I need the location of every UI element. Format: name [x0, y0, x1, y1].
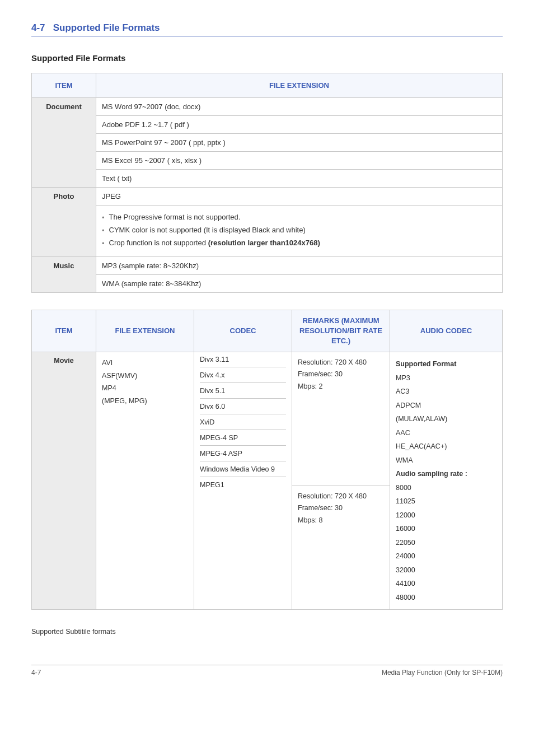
- audio-line: Supported Format: [396, 360, 456, 368]
- cell-music-2: WMA (sample rate: 8~384Khz): [96, 274, 503, 292]
- cell-file-ext: AVI ASF(WMV) MP4 (MPEG, MPG): [96, 352, 194, 610]
- bullet-icon: •: [102, 239, 105, 249]
- cell-codec: Divx 3.11 Divx 4.x Divx 5.1 Divx 6.0 Xvi…: [194, 352, 292, 610]
- audio-line: Audio sampling rate :: [396, 470, 467, 478]
- footer-right: Media Play Function (Only for SP-F10M): [382, 669, 503, 676]
- audio-line: WMA: [396, 454, 496, 467]
- th-file-extension: FILE EXTENSION: [96, 73, 503, 98]
- section-header: 4-7 Supported File Formats: [31, 22, 503, 36]
- codec-line: MPEG1: [200, 477, 286, 608]
- th-file-extension: FILE EXTENSION: [96, 310, 194, 352]
- ext-line: MP4: [102, 382, 188, 395]
- bullet-icon: •: [102, 213, 105, 223]
- cell-doc-4: MS Excel 95 ~2007 ( xls, xlsx ): [96, 152, 503, 170]
- audio-line: AC3: [396, 385, 496, 398]
- cell-photo-bullets: •The Progressive format is not supported…: [96, 206, 503, 257]
- subtitle-note: Supported Subtitile formats: [31, 628, 503, 636]
- th-item: ITEM: [32, 73, 96, 98]
- section-title-text: Supported File Formats: [53, 22, 160, 33]
- codec-line: XviD: [200, 414, 286, 430]
- remarks-line: Mbps: 8: [298, 515, 384, 526]
- th-audio-codec: AUDIO CODEC: [390, 310, 503, 352]
- audio-line: ADPCM: [396, 399, 496, 412]
- page-footer: 4-7 Media Play Function (Only for SP-F10…: [31, 665, 503, 676]
- ext-line: AVI: [102, 357, 188, 370]
- remarks-line: Mbps: 2: [298, 381, 384, 393]
- formats-table-2: ITEM FILE EXTENSION CODEC REMARKS (MAXIM…: [31, 310, 503, 610]
- audio-line: 12000: [396, 509, 496, 522]
- cell-doc-5: Text ( txt): [96, 170, 503, 188]
- cell-audio-codec: Supported Format MP3 AC3 ADPCM (MULAW,AL…: [390, 352, 503, 610]
- audio-line: 16000: [396, 522, 496, 535]
- audio-line: 48000: [396, 591, 496, 604]
- cell-remarks: Resolution: 720 X 480 Frame/sec: 30 Mbps…: [292, 352, 390, 610]
- th-remarks: REMARKS (MAXIMUM RESOLUTION/BIT RATE ETC…: [292, 310, 390, 352]
- audio-line: (MULAW,ALAW): [396, 413, 496, 426]
- codec-line: Divx 5.1: [200, 382, 286, 398]
- bullet-icon: •: [102, 226, 105, 236]
- bullet-text: Crop function is not supported (resoluti…: [109, 239, 320, 249]
- audio-line: 44100: [396, 577, 496, 590]
- audio-line: 22050: [396, 536, 496, 549]
- cell-music-1: MP3 (sample rate: 8~320Khz): [96, 256, 503, 274]
- cell-doc-2: Adobe PDF 1.2 ~1.7 ( pdf ): [96, 116, 503, 134]
- remarks-line: Frame/sec: 30: [298, 368, 384, 380]
- codec-line: Divx 6.0: [200, 398, 286, 414]
- ext-line: ASF(WMV): [102, 370, 188, 382]
- audio-line: HE_AAC(AAC+): [396, 440, 496, 453]
- th-codec: CODEC: [194, 310, 292, 352]
- th-item: ITEM: [32, 310, 96, 352]
- formats-table-1: ITEM FILE EXTENSION Document MS Word 97~…: [31, 73, 503, 293]
- section-number: 4-7: [31, 22, 45, 33]
- section-underline: [31, 36, 503, 36]
- codec-line: MPEG-4 ASP: [200, 445, 286, 461]
- ext-line: (MPEG, MPG): [102, 395, 188, 408]
- codec-line: Divx 4.x: [200, 367, 286, 382]
- audio-line: 11025: [396, 495, 496, 508]
- bullet-text: The Progressive format is not supported.: [109, 213, 241, 223]
- cell-doc-1: MS Word 97~2007 (doc, docx): [96, 98, 503, 116]
- remarks-line: Resolution: 720 X 480: [298, 491, 384, 502]
- row-document-label: Document: [32, 98, 96, 188]
- codec-line: MPEG-4 SP: [200, 430, 286, 445]
- cell-photo-1: JPEG: [96, 188, 503, 206]
- sub-heading: Supported File Formats: [31, 53, 503, 63]
- audio-line: AAC: [396, 427, 496, 440]
- audio-line: 24000: [396, 550, 496, 563]
- footer-left: 4-7: [31, 669, 41, 676]
- audio-line: MP3: [396, 372, 496, 385]
- bullet-text: CYMK color is not supported (It is displ…: [109, 226, 306, 236]
- row-music-label: Music: [32, 256, 96, 292]
- row-photo-label: Photo: [32, 188, 96, 257]
- codec-line: Windows Media Video 9: [200, 461, 286, 477]
- audio-line: 8000: [396, 482, 496, 494]
- codec-line: Divx 3.11: [200, 352, 286, 367]
- remarks-line: Frame/sec: 30: [298, 502, 384, 514]
- remarks-line: Resolution: 720 X 480: [298, 357, 384, 368]
- audio-line: 32000: [396, 564, 496, 577]
- row-movie-label: Movie: [32, 352, 96, 610]
- cell-doc-3: MS PowerPoint 97 ~ 2007 ( ppt, pptx ): [96, 134, 503, 152]
